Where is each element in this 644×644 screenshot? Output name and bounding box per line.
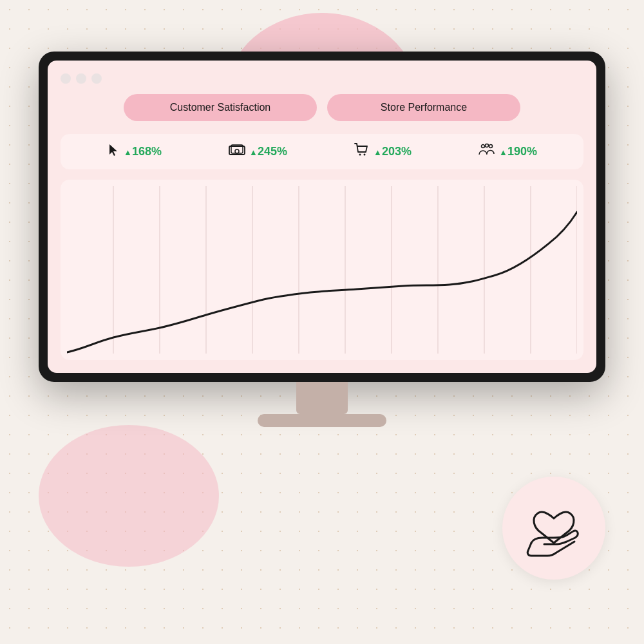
money-icon xyxy=(229,144,245,159)
svg-point-2 xyxy=(235,149,239,153)
tab-store-performance[interactable]: Store Performance xyxy=(327,94,520,121)
tab-customer-satisfaction[interactable]: Customer Satisfaction xyxy=(124,94,317,121)
chart-area xyxy=(61,180,583,360)
traffic-light-minimize xyxy=(76,73,86,84)
metric-clicks-value: ▲168% xyxy=(124,145,162,158)
decorative-blob-bottom-left xyxy=(39,425,219,567)
metric-revenue-value: ▲245% xyxy=(249,145,287,158)
heart-in-hand-badge xyxy=(502,477,605,580)
metrics-row: ▲168% ▲245% xyxy=(61,134,583,169)
monitor-stand xyxy=(39,382,605,427)
metric-filter: ▲190% xyxy=(478,143,537,160)
svg-point-7 xyxy=(489,145,493,148)
traffic-light-expand xyxy=(91,73,102,84)
line-chart-svg xyxy=(67,186,577,354)
monitor-frame: Customer Satisfaction Store Performance … xyxy=(39,52,605,382)
traffic-light-close xyxy=(61,73,71,84)
metric-clicks: ▲168% xyxy=(107,143,162,160)
svg-point-5 xyxy=(482,145,485,148)
stand-base xyxy=(258,414,386,427)
svg-point-6 xyxy=(486,144,489,147)
cart-icon xyxy=(354,143,370,160)
metric-filter-value: ▲190% xyxy=(499,145,537,158)
monitor-screen: Customer Satisfaction Store Performance … xyxy=(48,61,596,373)
monitor-wrapper: Customer Satisfaction Store Performance … xyxy=(39,52,605,427)
heart-hand-icon xyxy=(522,499,586,557)
metric-cart-value: ▲203% xyxy=(374,145,412,158)
metric-revenue: ▲245% xyxy=(229,144,287,159)
svg-point-3 xyxy=(359,154,361,156)
cursor-icon xyxy=(107,143,120,160)
traffic-lights xyxy=(61,73,583,84)
metric-cart: ▲203% xyxy=(354,143,412,160)
tabs-row: Customer Satisfaction Store Performance xyxy=(61,94,583,121)
stand-neck xyxy=(296,382,348,414)
svg-point-4 xyxy=(364,154,366,156)
filter-icon xyxy=(478,143,495,160)
